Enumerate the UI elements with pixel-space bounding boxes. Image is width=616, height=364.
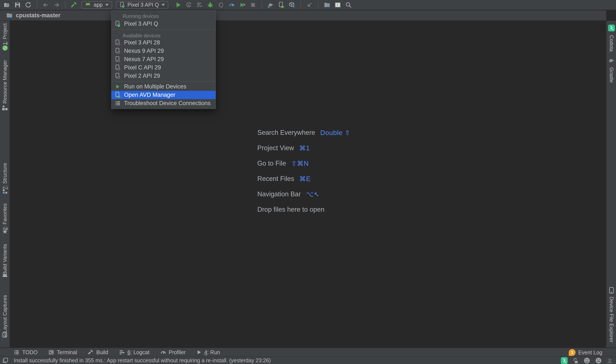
tool-run[interactable]: 4: Run bbox=[196, 349, 220, 355]
status-bar-widgets bbox=[561, 357, 613, 364]
save-all-icon[interactable] bbox=[14, 1, 21, 9]
sidebar-item-structure[interactable]: 7: Structure bbox=[0, 163, 10, 189]
sync-icon[interactable] bbox=[25, 1, 32, 9]
profiler-gauge-icon bbox=[160, 350, 166, 355]
event-log-button[interactable]: 1 Event Log bbox=[569, 348, 602, 357]
tool-profiler[interactable]: Profiler bbox=[160, 349, 186, 355]
sidebar-item-favorites[interactable]: 2: Favorites bbox=[0, 204, 10, 230]
tool-logcat[interactable]: 6: Logcat bbox=[119, 349, 150, 355]
run-icon bbox=[115, 84, 121, 90]
layout-inspector-icon[interactable] bbox=[334, 1, 341, 9]
sidebar-item-gradle[interactable]: Gradle bbox=[607, 64, 616, 86]
chevron-down-icon bbox=[105, 4, 109, 6]
chevron-down-icon bbox=[162, 4, 165, 6]
build-hammer-icon bbox=[88, 350, 94, 355]
tool-terminal[interactable]: Terminal bbox=[48, 349, 77, 355]
menu-item-running-device[interactable]: Pixel 3 API Q bbox=[111, 19, 216, 28]
terminal-icon bbox=[48, 350, 54, 355]
forward-icon[interactable] bbox=[53, 1, 60, 9]
tool-todo[interactable]: TODO bbox=[14, 349, 38, 355]
codota-icon[interactable] bbox=[607, 25, 616, 31]
run-icon[interactable] bbox=[175, 1, 182, 9]
build-variants-android-icon[interactable] bbox=[0, 272, 10, 277]
event-log-badge: 1 bbox=[569, 349, 575, 356]
codota-status-icon[interactable] bbox=[561, 357, 568, 364]
hint-row: Navigation Bar⌥↖ bbox=[257, 190, 350, 199]
navigation-breadcrumb-bar: cpustats-master bbox=[0, 11, 606, 21]
run-config-combo[interactable]: app bbox=[81, 1, 112, 9]
menu-item-device[interactable]: Pixel 2 API 29 bbox=[111, 72, 216, 80]
main-toolbar: app Pixel 3 API Q A bbox=[0, 0, 616, 10]
device-combo[interactable]: Pixel 3 API Q bbox=[116, 1, 168, 9]
project-folder-icon bbox=[6, 12, 13, 19]
avd-manager-icon bbox=[115, 92, 121, 98]
hint-shortcut: ⇧⌘N bbox=[291, 160, 309, 168]
android-studio-project-icon[interactable] bbox=[0, 45, 10, 51]
avd-manager-icon[interactable] bbox=[278, 1, 285, 9]
apply-changes-restart-icon[interactable]: A bbox=[185, 1, 192, 9]
apply-code-changes-icon[interactable] bbox=[196, 1, 203, 9]
hint-shortcut: Double ⇧ bbox=[320, 129, 351, 137]
build-hammer-icon[interactable] bbox=[70, 1, 77, 9]
hint-label: Go to File bbox=[257, 160, 286, 167]
hint-row: Recent Files⌘E bbox=[257, 174, 350, 183]
menu-item-troubleshoot-connections[interactable]: Troubleshoot Device Connections bbox=[111, 99, 216, 107]
tool-build[interactable]: Build bbox=[88, 349, 108, 355]
hint-shortcut: ⌥↖ bbox=[306, 190, 320, 198]
toolbar-separator bbox=[37, 1, 37, 9]
rerun-apply-changes-icon[interactable] bbox=[239, 1, 246, 9]
sidebar-item-layout-captures[interactable]: Layout Captures bbox=[0, 295, 10, 333]
list-icon bbox=[115, 100, 121, 106]
status-bar: Install successfully finished in 355 ms.… bbox=[0, 356, 616, 364]
sidebar-item-build-variants[interactable]: Build Variants bbox=[0, 245, 10, 274]
sidebar-item-project[interactable]: 1: Project bbox=[0, 22, 10, 46]
structure-icon[interactable] bbox=[0, 189, 10, 195]
virtual-device-icon bbox=[115, 64, 121, 71]
hint-row: Project View⌘1 bbox=[257, 143, 350, 153]
gradle-sync-icon[interactable] bbox=[267, 1, 274, 9]
running-virtual-device-icon bbox=[115, 21, 121, 27]
layout-captures-icon[interactable] bbox=[0, 332, 10, 338]
status-message[interactable]: Install successfully finished in 355 ms.… bbox=[14, 357, 271, 364]
bottom-tool-window-bar: TODO Terminal Build 6: Logcat Profiler 4… bbox=[0, 348, 616, 356]
android-studio-window: app Pixel 3 API Q A bbox=[0, 0, 616, 364]
project-structure-icon[interactable] bbox=[324, 1, 330, 9]
menu-item-device[interactable]: Pixel 3 API 28 bbox=[111, 39, 216, 47]
device-file-explorer-phone-icon[interactable] bbox=[607, 287, 616, 294]
breadcrumb-project-name[interactable]: cpustats-master bbox=[16, 12, 61, 19]
menu-item-open-avd-manager[interactable]: Open AVD Manager bbox=[111, 91, 216, 99]
run-config-label: app bbox=[94, 2, 103, 8]
debug-icon[interactable] bbox=[207, 1, 214, 9]
toolbar-separator bbox=[318, 1, 318, 9]
svg-text:A: A bbox=[188, 4, 190, 7]
menu-item-run-multiple-devices[interactable]: Run on Multiple Devices bbox=[111, 82, 216, 91]
search-icon[interactable] bbox=[345, 1, 352, 9]
sidebar-item-resource-manager[interactable]: Resource Manager bbox=[0, 60, 10, 103]
resource-manager-icon[interactable] bbox=[0, 104, 10, 111]
happy-face-icon[interactable] bbox=[584, 357, 590, 364]
unlock-icon[interactable] bbox=[572, 357, 579, 364]
sdk-manager-icon[interactable] bbox=[288, 1, 295, 9]
menu-item-device[interactable]: Nexus 7 API 29 bbox=[111, 55, 216, 64]
hint-row: Go to File⇧⌘N bbox=[257, 159, 350, 168]
incognito-spy-icon[interactable] bbox=[607, 357, 613, 364]
attach-debugger-icon[interactable] bbox=[218, 1, 224, 9]
logcat-icon bbox=[119, 350, 125, 355]
sad-face-icon[interactable] bbox=[595, 357, 602, 364]
drop-files-hint: Drop files here to open bbox=[257, 205, 350, 214]
favorites-star-icon[interactable]: ★ bbox=[0, 228, 10, 235]
toolbar-separator bbox=[301, 1, 301, 9]
menu-item-device[interactable]: Nexus 9 API 29 bbox=[111, 47, 216, 55]
stop-icon[interactable] bbox=[250, 1, 257, 9]
sidebar-item-codota[interactable]: Codota bbox=[607, 33, 616, 54]
hint-row: Search EverywhereDouble ⇧ bbox=[257, 128, 350, 137]
open-file-icon[interactable] bbox=[3, 1, 10, 9]
profiler-icon[interactable] bbox=[228, 1, 235, 9]
hint-label: Search Everywhere bbox=[257, 129, 315, 136]
menu-item-device[interactable]: Pixel C API 29 bbox=[111, 64, 216, 72]
attach-profiler-arrow-icon[interactable] bbox=[306, 1, 313, 9]
gradle-elephant-icon[interactable] bbox=[607, 57, 616, 63]
back-icon[interactable] bbox=[42, 1, 49, 9]
toggle-tool-windows-icon[interactable] bbox=[2, 357, 9, 364]
sidebar-item-device-file-explorer[interactable]: Device File Explorer bbox=[607, 295, 616, 344]
